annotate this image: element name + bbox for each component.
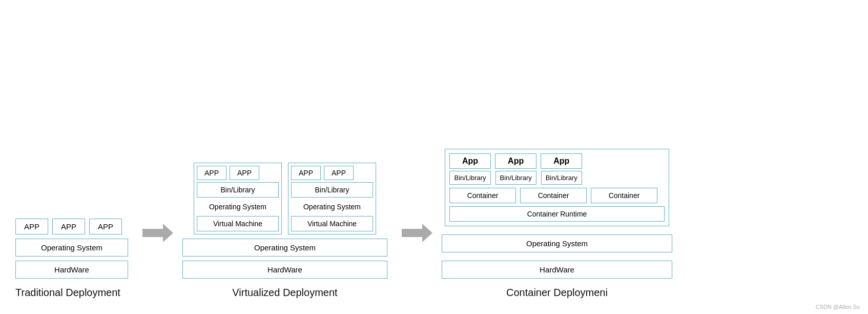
cont-col-2: App Bin/Library bbox=[495, 153, 536, 185]
watermark: CSDN @Allen.Su bbox=[816, 304, 860, 310]
container-outer-box: App Bin/Library App Bin/Library App Bin/… bbox=[445, 149, 669, 226]
vm-1: APP APP Bin/Library Operating System Vir… bbox=[194, 163, 282, 234]
container-deployment: App Bin/Library App Bin/Library App Bin/… bbox=[442, 149, 672, 299]
traditional-deployment: APP APP APP Operating System HardWare Tr… bbox=[15, 219, 128, 299]
cont-bin-2: Bin/Library bbox=[495, 171, 536, 185]
trad-app-2: APP bbox=[52, 219, 85, 234]
trad-os: Operating System bbox=[15, 239, 128, 257]
cont-app-3: App bbox=[541, 153, 582, 169]
vm2-bin: Bin/Library bbox=[291, 182, 373, 198]
cont-container-3: Container bbox=[591, 188, 657, 203]
vm-2: APP APP Bin/Library Operating System Vir… bbox=[288, 163, 376, 234]
virt-hw: HardWare bbox=[182, 261, 387, 279]
cont-app-cols: App Bin/Library App Bin/Library App Bin/… bbox=[449, 153, 665, 185]
vm1-apps: APP APP bbox=[197, 166, 279, 180]
vm1-vm: Virtual Machine bbox=[197, 216, 279, 231]
container-label: Container Deploymeni bbox=[506, 287, 608, 299]
virt-os-outer: Operating System bbox=[182, 239, 387, 257]
vm1-app2: APP bbox=[230, 166, 259, 180]
vm2-app1: APP bbox=[291, 166, 321, 180]
vm2-os: Operating System bbox=[291, 200, 373, 214]
virtualized-deployment: APP APP Bin/Library Operating System Vir… bbox=[182, 163, 387, 299]
arrow-icon-2 bbox=[402, 224, 432, 242]
trad-app-3: APP bbox=[89, 219, 122, 234]
cont-hw: HardWare bbox=[442, 261, 672, 279]
virtualized-label: Virtualized Deployment bbox=[232, 287, 337, 299]
cont-col-3: App Bin/Library bbox=[541, 153, 582, 185]
svg-marker-1 bbox=[402, 224, 432, 242]
trad-apps-row: APP APP APP bbox=[15, 219, 122, 234]
svg-marker-0 bbox=[142, 224, 173, 242]
cont-app-1: App bbox=[449, 153, 491, 169]
vm2-app2: APP bbox=[324, 166, 354, 180]
cont-container-2: Container bbox=[520, 188, 587, 203]
trad-app-1: APP bbox=[15, 219, 48, 234]
cont-bin-3: Bin/Library bbox=[541, 171, 582, 185]
trad-hw: HardWare bbox=[15, 261, 128, 279]
arrow-icon-1 bbox=[142, 224, 173, 242]
vms-row: APP APP Bin/Library Operating System Vir… bbox=[194, 163, 376, 234]
cont-containers-row: Container Container Container bbox=[449, 188, 665, 203]
cont-container-1: Container bbox=[449, 188, 516, 203]
cont-app-2: App bbox=[495, 153, 536, 169]
cont-runtime: Container Runtime bbox=[449, 206, 665, 222]
arrow-1 bbox=[142, 224, 173, 299]
vm1-bin: Bin/Library bbox=[197, 182, 279, 198]
cont-col-1: App Bin/Library bbox=[449, 153, 491, 185]
vm2-vm: Virtual Machine bbox=[291, 216, 373, 231]
vm1-app1: APP bbox=[197, 166, 226, 180]
vm1-os: Operating System bbox=[197, 200, 279, 214]
traditional-label: Traditional Deployment bbox=[15, 287, 120, 299]
cont-os: Operating System bbox=[442, 234, 672, 252]
arrow-2 bbox=[402, 224, 432, 299]
vm2-apps: APP APP bbox=[291, 166, 373, 180]
cont-bin-1: Bin/Library bbox=[449, 171, 490, 185]
